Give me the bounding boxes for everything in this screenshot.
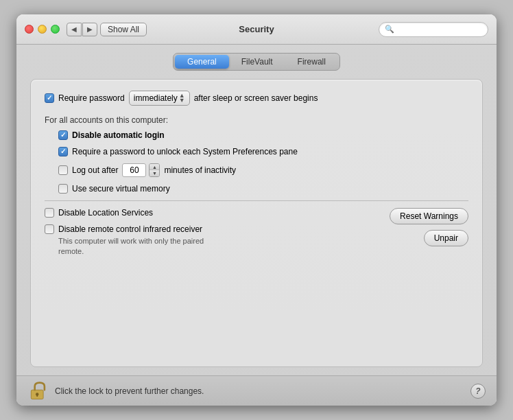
back-button[interactable]: ◀ (67, 23, 82, 36)
require-password-label: Require password (58, 93, 125, 103)
unpair-button[interactable]: Unpair (424, 230, 468, 246)
search-icon: 🔍 (385, 25, 394, 34)
location-services-label: Disable Location Services (58, 208, 153, 218)
general-panel: Require password immediately ▲▼ after sl… (30, 79, 483, 367)
accounts-options: Disable automatic login Require a passwo… (58, 130, 468, 194)
tabs-row: General FileVault Firewall (30, 53, 483, 71)
minimize-button[interactable] (38, 25, 47, 34)
secure-memory-checkbox[interactable] (58, 184, 68, 194)
titlebar: ◀ ▶ Show All Security 🔍 (16, 14, 497, 45)
footer: Click the lock to prevent further change… (16, 375, 497, 406)
lock-icon[interactable] (27, 380, 49, 402)
logout-suffix: minutes of inactivity (164, 165, 236, 175)
maximize-button[interactable] (51, 25, 60, 34)
window-title: Security (239, 24, 274, 34)
disable-login-row: Disable automatic login (58, 130, 468, 140)
dropdown-value: immediately (134, 93, 178, 103)
close-button[interactable] (25, 25, 34, 34)
disable-login-label: Disable automatic login (72, 130, 165, 140)
bottom-section: Disable Location Services Disable remote… (45, 208, 468, 257)
remote-note: This computer will work with only the pa… (58, 236, 209, 257)
logout-label: Log out after (72, 165, 118, 175)
disable-login-checkbox[interactable] (58, 130, 68, 140)
for-all-accounts-label: For all accounts on this computer: (45, 115, 468, 125)
logout-value-input[interactable] (122, 163, 146, 177)
require-password-suffix: after sleep or screen saver begins (194, 93, 318, 103)
reset-warnings-button[interactable]: Reset Warnings (390, 208, 468, 224)
require-password-checkbox[interactable] (45, 93, 54, 103)
left-col: Disable Location Services Disable remote… (45, 208, 376, 257)
right-col: Reset Warnings Unpair (390, 208, 468, 246)
location-services-checkbox[interactable] (45, 208, 54, 218)
nav-buttons: ◀ ▶ (67, 23, 97, 36)
forward-button[interactable]: ▶ (82, 23, 97, 36)
secure-memory-row: Use secure virtual memory (58, 184, 468, 194)
remote-control-label: Disable remote control infrared receiver (58, 224, 202, 234)
require-password-pane-label: Require a password to unlock each System… (72, 147, 298, 156)
tab-group: General FileVault Firewall (173, 53, 340, 71)
tab-filevault[interactable]: FileVault (229, 55, 285, 69)
traffic-lights (25, 25, 60, 34)
require-password-pane-row: Require a password to unlock each System… (58, 147, 468, 156)
divider (45, 200, 468, 201)
search-input[interactable] (397, 25, 482, 34)
password-timing-dropdown[interactable]: immediately ▲▼ (129, 91, 190, 106)
logout-checkbox[interactable] (58, 165, 68, 175)
search-bar: 🔍 (379, 22, 488, 37)
dropdown-arrow-icon: ▲▼ (179, 93, 185, 103)
tab-firewall[interactable]: Firewall (285, 55, 338, 69)
tab-general[interactable]: General (175, 55, 229, 69)
help-button[interactable]: ? (470, 384, 486, 399)
remote-control-checkbox[interactable] (45, 224, 54, 234)
require-password-row: Require password immediately ▲▼ after sl… (45, 91, 468, 106)
logout-increment-button[interactable]: ▲ (150, 164, 159, 170)
secure-memory-label: Use secure virtual memory (72, 184, 170, 194)
footer-lock-text: Click the lock to prevent further change… (55, 386, 204, 396)
logout-stepper: ▲ ▼ (122, 163, 160, 177)
location-services-row: Disable Location Services (45, 208, 376, 218)
content-area: General FileVault Firewall Require passw… (16, 45, 497, 375)
logout-row: Log out after ▲ ▼ minutes of inactivity (58, 163, 468, 177)
security-window: ◀ ▶ Show All Security 🔍 General FileVaul… (16, 14, 497, 406)
remote-control-row: Disable remote control infrared receiver (45, 224, 376, 234)
require-password-pane-checkbox[interactable] (58, 147, 68, 156)
logout-decrement-button[interactable]: ▼ (150, 170, 159, 176)
logout-stepper-buttons: ▲ ▼ (149, 163, 160, 177)
show-all-button[interactable]: Show All (100, 23, 147, 36)
svg-rect-2 (36, 394, 38, 397)
